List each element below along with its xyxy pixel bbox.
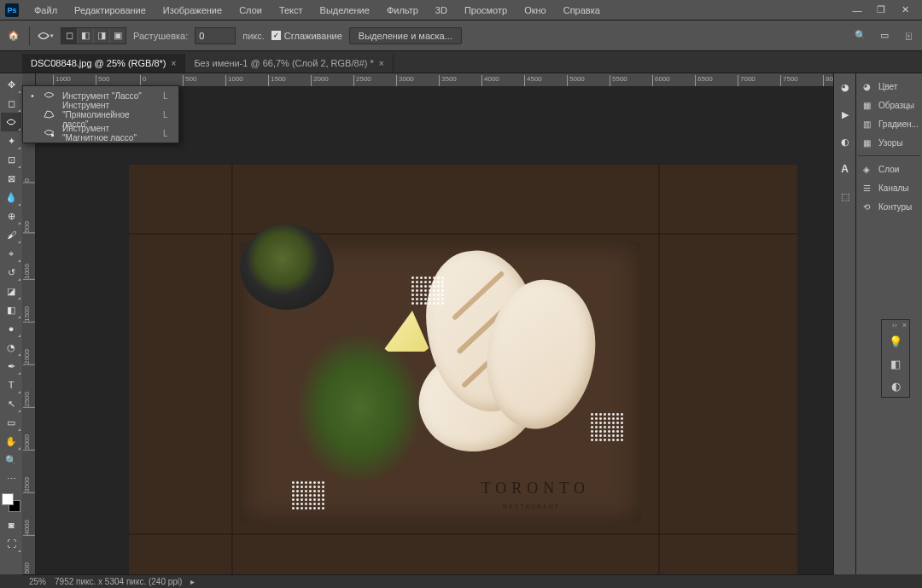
clone-tool[interactable]: ⌖ bbox=[1, 244, 21, 263]
panel-channels[interactable]: ☰Каналы bbox=[856, 178, 922, 197]
menu-layers[interactable]: Слои bbox=[230, 2, 271, 19]
move-tool[interactable]: ✥ bbox=[1, 75, 21, 94]
character-icon[interactable]: A bbox=[837, 160, 854, 178]
lasso-tool[interactable] bbox=[1, 113, 21, 131]
selection-mode: ◻ ◧ ◨ ▣ bbox=[61, 27, 126, 44]
image-greens bbox=[295, 331, 423, 485]
app-logo: Ps bbox=[5, 3, 19, 17]
main-area: ✥ ◻ ✦ ⊡ ⊠ 💧 ⊕ 🖌 ⌖ ↺ ◪ ◧ ● ◔ ✒ T ↖ ▭ ✋ 🔍 … bbox=[0, 73, 922, 574]
color-tab-icon[interactable]: ◕ bbox=[837, 79, 854, 96]
sel-intersect[interactable]: ▣ bbox=[110, 28, 125, 44]
panel-color[interactable]: ◕Цвет bbox=[856, 77, 922, 96]
brush-tool[interactable]: 🖌 bbox=[1, 225, 21, 244]
chevron-right-icon[interactable]: ▸ bbox=[190, 577, 195, 586]
eraser-tool[interactable]: ◪ bbox=[1, 282, 21, 300]
path-tool[interactable]: ↖ bbox=[1, 394, 21, 413]
color-swatch[interactable] bbox=[2, 493, 20, 512]
foreground-color[interactable] bbox=[2, 493, 14, 505]
sel-add[interactable]: ◧ bbox=[78, 28, 93, 44]
libraries-icon[interactable]: ⬚ bbox=[837, 188, 854, 205]
tools-panel: ✥ ◻ ✦ ⊡ ⊠ 💧 ⊕ 🖌 ⌖ ↺ ◪ ◧ ● ◔ ✒ T ↖ ▭ ✋ 🔍 … bbox=[0, 73, 22, 574]
close-icon[interactable]: × bbox=[902, 321, 907, 329]
ruler-vertical[interactable]: 0 500 1000 1500 2000 2500 3000 3500 4000… bbox=[22, 87, 36, 574]
blur-tool[interactable]: ● bbox=[1, 319, 21, 338]
marquee-tool[interactable]: ◻ bbox=[1, 94, 21, 113]
check-icon: ✓ bbox=[271, 31, 281, 40]
menu-3d[interactable]: 3D bbox=[427, 2, 456, 19]
zoom-level[interactable]: 25% bbox=[29, 577, 46, 586]
home-icon[interactable]: 🏠 bbox=[5, 27, 22, 44]
mask-icon[interactable]: ◧ bbox=[882, 352, 909, 375]
menu-help[interactable]: Справка bbox=[555, 2, 609, 19]
document-canvas[interactable]: TORONTO RESTAURANT bbox=[129, 165, 797, 574]
image-sauce bbox=[240, 224, 334, 310]
zoom-tool[interactable]: 🔍 bbox=[1, 451, 21, 469]
pen-tool[interactable]: ✒ bbox=[1, 357, 21, 376]
history-icon[interactable]: ▶ bbox=[837, 106, 854, 123]
menu-image[interactable]: Изображение bbox=[155, 2, 230, 19]
menu-select[interactable]: Выделение bbox=[312, 2, 378, 19]
menu-text[interactable]: Текст bbox=[271, 2, 312, 19]
sel-sub[interactable]: ◨ bbox=[94, 28, 109, 44]
menu-view[interactable]: Просмотр bbox=[456, 2, 516, 19]
adjust-icon[interactable]: ◐ bbox=[882, 375, 909, 397]
search-icon[interactable]: 🔍 bbox=[852, 27, 869, 44]
svg-rect-0 bbox=[51, 134, 54, 137]
screenmode-tool[interactable]: ⛶ bbox=[1, 534, 21, 553]
flyout-magnetic-lasso[interactable]: Инструмент "Магнитное лассо" L bbox=[23, 124, 178, 143]
sel-new[interactable]: ◻ bbox=[61, 28, 77, 44]
eyedropper-tool[interactable]: 💧 bbox=[1, 188, 21, 207]
menu-file[interactable]: Файл bbox=[26, 2, 66, 19]
crop-tool[interactable]: ⊡ bbox=[1, 150, 21, 169]
brand-subtext: RESTAURANT bbox=[503, 504, 560, 509]
feather-input[interactable] bbox=[195, 27, 236, 44]
brand-text: TORONTO bbox=[481, 480, 590, 498]
swatches-icon: ▦ bbox=[860, 101, 873, 110]
flyout-polygonal-lasso[interactable]: Инструмент "Прямолинейное лассо" L bbox=[23, 105, 178, 124]
panel-layers[interactable]: ◈Слои bbox=[856, 160, 922, 178]
close-icon[interactable]: × bbox=[379, 59, 384, 68]
panel-swatches[interactable]: ▦Образцы bbox=[856, 96, 922, 114]
dodge-tool[interactable]: ◔ bbox=[1, 338, 21, 357]
shape-tool[interactable]: ▭ bbox=[1, 413, 21, 432]
panel-paths[interactable]: ⟲Контуры bbox=[856, 197, 922, 216]
lasso-icon bbox=[42, 90, 55, 102]
menu-filter[interactable]: Фильтр bbox=[378, 2, 427, 19]
history-brush-tool[interactable]: ↺ bbox=[1, 263, 21, 282]
panel-gradients[interactable]: ▥Градиен... bbox=[856, 114, 922, 133]
window-close[interactable]: ✕ bbox=[893, 1, 917, 19]
window-minimize[interactable]: — bbox=[845, 2, 869, 19]
tool-preset-icon[interactable]: ▾ bbox=[37, 27, 54, 44]
healing-tool[interactable]: ⊕ bbox=[1, 207, 21, 225]
quickmask-tool[interactable]: ◙ bbox=[1, 515, 21, 534]
antialias-checkbox[interactable]: ✓ Сглаживание bbox=[271, 31, 342, 41]
gradient-tool[interactable]: ◧ bbox=[1, 300, 21, 319]
menu-window[interactable]: Окно bbox=[516, 2, 555, 19]
doc-info[interactable]: 7952 пикс. x 5304 пикс. (240 ppi) bbox=[55, 577, 182, 586]
options-bar: 🏠 ▾ ◻ ◧ ◨ ▣ Растушевка: пикс. ✓ Сглажива… bbox=[0, 20, 922, 51]
share-icon[interactable]: ⍐ bbox=[900, 27, 917, 44]
close-icon[interactable]: × bbox=[172, 59, 177, 68]
magic-wand-tool[interactable]: ✦ bbox=[1, 131, 21, 150]
gradient-icon: ▥ bbox=[860, 119, 873, 129]
frame-tool[interactable]: ⊠ bbox=[1, 169, 21, 188]
layers-icon: ◈ bbox=[860, 165, 873, 174]
hint-icon[interactable]: 💡 bbox=[882, 330, 909, 352]
workspace-icon[interactable]: ▭ bbox=[876, 27, 893, 44]
select-and-mask-button[interactable]: Выделение и маска... bbox=[349, 27, 462, 44]
hand-tool[interactable]: ✋ bbox=[1, 432, 21, 451]
document-tab-1[interactable]: DSC08848.jpg @ 25% (RGB/8*) × bbox=[22, 54, 185, 73]
adjustments-icon[interactable]: ◐ bbox=[837, 133, 854, 150]
document-tab-2[interactable]: Без имени-1 @ 66,7% (Слой 2, RGB/8#) * × bbox=[185, 54, 393, 73]
status-bar: 25% 7952 пикс. x 5304 пикс. (240 ppi) ▸ bbox=[22, 574, 833, 588]
panel-patterns[interactable]: ▦Узоры bbox=[856, 133, 922, 152]
feather-unit: пикс. bbox=[242, 31, 265, 41]
feather-label: Растушевка: bbox=[133, 31, 188, 41]
menu-edit[interactable]: Редактирование bbox=[66, 2, 155, 19]
edit-toolbar[interactable]: ⋯ bbox=[1, 469, 21, 488]
floating-panel[interactable]: ››× 💡 ◧ ◐ bbox=[881, 319, 910, 398]
collapse-icon[interactable]: ›› bbox=[892, 321, 897, 329]
window-restore[interactable]: ❐ bbox=[869, 1, 893, 19]
menubar: Ps Файл Редактирование Изображение Слои … bbox=[0, 0, 922, 20]
type-tool[interactable]: T bbox=[1, 376, 21, 394]
